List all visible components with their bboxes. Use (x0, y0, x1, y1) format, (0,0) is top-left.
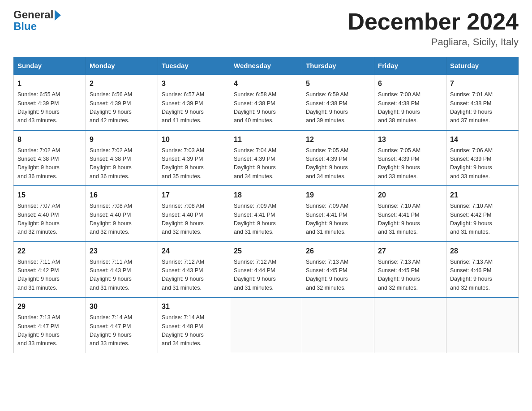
sunset-text: Sunset: 4:43 PM (90, 266, 154, 275)
daylight-line2: and 32 minutes. (17, 228, 82, 236)
daylight-line1: Daylight: 9 hours (234, 163, 298, 172)
calendar-week-row: 1Sunrise: 6:55 AMSunset: 4:39 PMDaylight… (14, 74, 519, 130)
sunrise-text: Sunrise: 7:09 AM (306, 202, 370, 210)
col-header-tuesday: Tuesday (158, 57, 230, 75)
sunrise-text: Sunrise: 7:12 AM (162, 258, 226, 266)
sunset-text: Sunset: 4:47 PM (90, 322, 154, 331)
day-info: Sunrise: 6:56 AMSunset: 4:39 PMDaylight:… (90, 90, 154, 125)
daylight-line1: Daylight: 9 hours (450, 275, 515, 283)
sunset-text: Sunset: 4:41 PM (234, 211, 298, 219)
month-title: December 2024 (348, 9, 519, 34)
day-number: 24 (162, 246, 226, 257)
daylight-line2: and 33 minutes. (378, 172, 442, 181)
calendar-cell: 3Sunrise: 6:57 AMSunset: 4:39 PMDaylight… (158, 74, 230, 130)
daylight-line1: Daylight: 9 hours (378, 219, 442, 228)
daylight-line1: Daylight: 9 hours (306, 219, 370, 228)
sunset-text: Sunset: 4:40 PM (90, 211, 154, 219)
sunrise-text: Sunrise: 7:03 AM (162, 146, 226, 155)
sunrise-text: Sunrise: 7:10 AM (378, 202, 442, 210)
daylight-line1: Daylight: 9 hours (378, 108, 442, 116)
sunset-text: Sunset: 4:38 PM (378, 99, 442, 108)
col-header-sunday: Sunday (14, 57, 86, 75)
day-info: Sunrise: 6:55 AMSunset: 4:39 PMDaylight:… (17, 90, 82, 125)
day-info: Sunrise: 7:08 AMSunset: 4:40 PMDaylight:… (162, 202, 226, 237)
day-info: Sunrise: 7:13 AMSunset: 4:47 PMDaylight:… (17, 313, 82, 348)
day-info: Sunrise: 7:09 AMSunset: 4:41 PMDaylight:… (234, 202, 298, 237)
daylight-line2: and 31 minutes. (306, 228, 370, 236)
calendar-cell: 12Sunrise: 7:05 AMSunset: 4:39 PMDayligh… (302, 130, 374, 186)
calendar-cell: 31Sunrise: 7:14 AMSunset: 4:48 PMDayligh… (158, 297, 230, 353)
sunset-text: Sunset: 4:39 PM (17, 99, 82, 108)
calendar-cell: 8Sunrise: 7:02 AMSunset: 4:38 PMDaylight… (14, 130, 86, 186)
day-info: Sunrise: 7:05 AMSunset: 4:39 PMDaylight:… (378, 146, 442, 181)
daylight-line1: Daylight: 9 hours (17, 108, 82, 116)
daylight-line2: and 31 minutes. (378, 228, 442, 236)
day-number: 4 (234, 78, 298, 89)
calendar-cell (230, 297, 302, 353)
sunrise-text: Sunrise: 7:05 AM (378, 146, 442, 155)
calendar-week-row: 15Sunrise: 7:07 AMSunset: 4:40 PMDayligh… (14, 186, 519, 242)
sunset-text: Sunset: 4:47 PM (17, 322, 82, 331)
day-number: 21 (450, 190, 515, 201)
sunrise-text: Sunrise: 7:10 AM (450, 202, 515, 210)
day-number: 10 (162, 134, 226, 145)
calendar-cell: 19Sunrise: 7:09 AMSunset: 4:41 PMDayligh… (302, 186, 374, 242)
day-number: 8 (17, 134, 82, 145)
daylight-line1: Daylight: 9 hours (234, 275, 298, 283)
day-number: 2 (90, 78, 154, 89)
sunrise-text: Sunrise: 7:11 AM (17, 258, 82, 266)
calendar-cell: 29Sunrise: 7:13 AMSunset: 4:47 PMDayligh… (14, 297, 86, 353)
daylight-line1: Daylight: 9 hours (234, 108, 298, 116)
daylight-line1: Daylight: 9 hours (162, 163, 226, 172)
calendar-cell: 18Sunrise: 7:09 AMSunset: 4:41 PMDayligh… (230, 186, 302, 242)
sunset-text: Sunset: 4:39 PM (306, 155, 370, 163)
daylight-line1: Daylight: 9 hours (17, 219, 82, 228)
daylight-line1: Daylight: 9 hours (90, 331, 154, 339)
calendar-cell: 14Sunrise: 7:06 AMSunset: 4:39 PMDayligh… (446, 130, 519, 186)
daylight-line1: Daylight: 9 hours (450, 163, 515, 172)
sunset-text: Sunset: 4:40 PM (17, 211, 82, 219)
calendar-cell: 28Sunrise: 7:13 AMSunset: 4:46 PMDayligh… (446, 242, 519, 298)
header-right: December 2024 Pagliara, Sicily, Italy (348, 9, 519, 48)
col-header-thursday: Thursday (302, 57, 374, 75)
day-info: Sunrise: 7:09 AMSunset: 4:41 PMDaylight:… (306, 202, 370, 237)
sunset-text: Sunset: 4:39 PM (162, 155, 226, 163)
daylight-line2: and 32 minutes. (90, 228, 154, 236)
day-info: Sunrise: 7:00 AMSunset: 4:38 PMDaylight:… (378, 90, 442, 125)
daylight-line2: and 34 minutes. (306, 172, 370, 181)
day-info: Sunrise: 7:10 AMSunset: 4:42 PMDaylight:… (450, 202, 515, 237)
daylight-line1: Daylight: 9 hours (17, 275, 82, 283)
day-info: Sunrise: 7:03 AMSunset: 4:39 PMDaylight:… (162, 146, 226, 181)
sunset-text: Sunset: 4:46 PM (450, 266, 515, 275)
sunrise-text: Sunrise: 7:09 AM (234, 202, 298, 210)
daylight-line2: and 40 minutes. (234, 116, 298, 125)
sunset-text: Sunset: 4:45 PM (306, 266, 370, 275)
sunrise-text: Sunrise: 7:11 AM (90, 258, 154, 266)
sunset-text: Sunset: 4:39 PM (162, 99, 226, 108)
calendar-week-row: 29Sunrise: 7:13 AMSunset: 4:47 PMDayligh… (14, 297, 519, 353)
daylight-line1: Daylight: 9 hours (90, 275, 154, 283)
col-header-saturday: Saturday (446, 57, 519, 75)
calendar-week-row: 8Sunrise: 7:02 AMSunset: 4:38 PMDaylight… (14, 130, 519, 186)
day-number: 27 (378, 246, 442, 257)
sunrise-text: Sunrise: 7:13 AM (450, 258, 515, 266)
daylight-line2: and 34 minutes. (162, 339, 226, 348)
day-number: 15 (17, 190, 82, 201)
sunrise-text: Sunrise: 7:13 AM (306, 258, 370, 266)
sunrise-text: Sunrise: 6:55 AM (17, 90, 82, 99)
day-info: Sunrise: 7:13 AMSunset: 4:45 PMDaylight:… (306, 258, 370, 293)
sunset-text: Sunset: 4:42 PM (450, 211, 515, 219)
daylight-line2: and 31 minutes. (450, 228, 515, 236)
day-number: 18 (234, 190, 298, 201)
sunrise-text: Sunrise: 7:02 AM (17, 146, 82, 155)
logo: General Blue (13, 9, 61, 33)
day-info: Sunrise: 7:02 AMSunset: 4:38 PMDaylight:… (90, 146, 154, 181)
daylight-line2: and 31 minutes. (90, 284, 154, 292)
day-number: 25 (234, 246, 298, 257)
calendar-cell: 20Sunrise: 7:10 AMSunset: 4:41 PMDayligh… (374, 186, 446, 242)
daylight-line2: and 33 minutes. (90, 339, 154, 348)
daylight-line2: and 33 minutes. (17, 339, 82, 348)
calendar-cell: 10Sunrise: 7:03 AMSunset: 4:39 PMDayligh… (158, 130, 230, 186)
calendar-cell: 13Sunrise: 7:05 AMSunset: 4:39 PMDayligh… (374, 130, 446, 186)
daylight-line1: Daylight: 9 hours (306, 163, 370, 172)
